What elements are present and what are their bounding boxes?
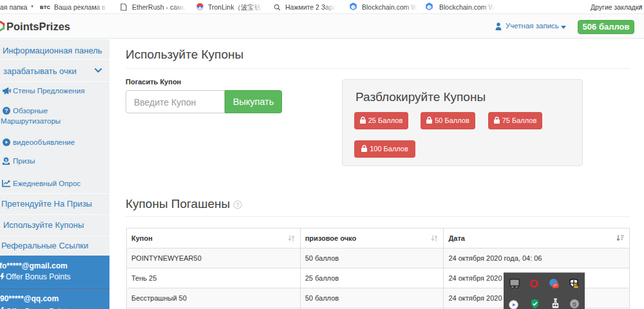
svg-text:?: ? (5, 108, 8, 114)
svg-text:S: S (573, 301, 576, 308)
svg-text:?: ? (236, 201, 240, 208)
